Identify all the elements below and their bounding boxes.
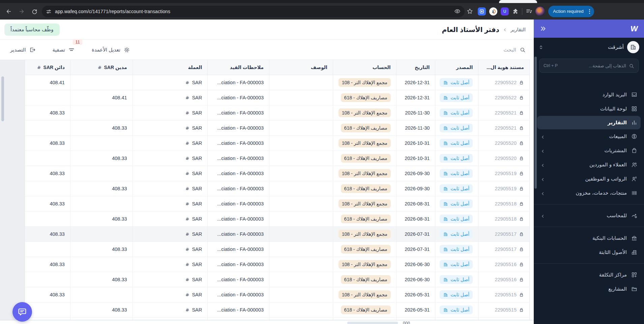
source-badge[interactable]: أصل ثابت [440, 290, 473, 299]
ledger-row[interactable]: 22905518أصل ثابت2026-08-31108 - مجمع الإ… [25, 196, 529, 212]
sidebar-item-dashboard[interactable]: لوحة البيانات [534, 102, 644, 116]
ledger-row[interactable]: 22905515أصل ثابت2026-05-31108 - مجمع الإ… [25, 287, 529, 302]
ledger-row[interactable]: 22905516أصل ثابت2026-06-30108 - مجمع الإ… [25, 257, 529, 272]
ledger-row[interactable]: 22905521أصل ثابت2026-11-30108 - مجمع الإ… [25, 105, 529, 121]
ledger-row[interactable]: 22905522أصل ثابت2026-12-31108 - مجمع الإ… [25, 75, 529, 90]
reload-button[interactable] [29, 6, 40, 17]
column-header-credit[interactable]: دائن SAR [25, 60, 70, 75]
source-badge[interactable]: أصل ثابت [440, 230, 473, 239]
sidebar-item-projects[interactable]: المشاريع [534, 282, 644, 296]
doc-id-text[interactable]: 22905516 [495, 262, 517, 267]
kebab-menu-icon[interactable] [587, 9, 592, 14]
extension-icon-avatar[interactable] [489, 7, 497, 15]
doc-id-text[interactable]: 22905519 [495, 186, 517, 191]
column-header-account[interactable]: الحساب [333, 60, 396, 75]
ledger-row[interactable]: 22905520أصل ثابت2026-10-31618 - مصاريف ا… [25, 151, 529, 166]
breadcrumb-parent[interactable]: التقارير [510, 27, 526, 33]
column-header-debit[interactable]: مدين SAR [70, 60, 133, 75]
column-header-date[interactable]: التاريخ [396, 60, 435, 75]
account-badge[interactable]: 108 - مجمع الإهلاك التر [339, 199, 391, 208]
ledger-row[interactable]: 22905517أصل ثابت2026-07-31108 - مجمع الإ… [25, 227, 529, 242]
account-badge[interactable]: 108 - مجمع الإهلاك التر [339, 78, 391, 87]
account-badge[interactable]: 618 - مصاريف الإهلاك [341, 215, 391, 223]
account-badge[interactable]: 618 - مصاريف الإهلاك [341, 184, 391, 193]
doc-id-text[interactable]: 22905515 [495, 292, 517, 297]
account-badge[interactable]: 618 - مصاريف الإهلاك [341, 275, 391, 284]
browser-tab[interactable] [499, 0, 537, 3]
sidebar-item-purchases[interactable]: المشتريات [534, 143, 644, 158]
sidebar-item-payroll[interactable]: الرواتب و الموظفين [534, 172, 644, 186]
account-badge[interactable]: 108 - مجمع الإهلاك التر [339, 260, 391, 269]
url-bar[interactable]: app.wafeq.com/c/141771/reports/account-t… [42, 6, 465, 17]
account-badge[interactable]: 108 - مجمع الإهلاك التر [339, 169, 391, 178]
account-badge[interactable]: 618 - مصاريف الإهلاك [341, 245, 391, 254]
extension-icon-u[interactable]: U [501, 7, 509, 15]
doc-id-text[interactable]: 22905519 [495, 171, 517, 176]
ledger-row[interactable]: 22905515أصل ثابت2026-05-31618 - مصاريف ا… [25, 302, 529, 318]
ledger-row[interactable]: 22905520أصل ثابت2026-10-31108 - مجمع الإ… [25, 136, 529, 151]
doc-id-text[interactable]: 22905522 [495, 80, 517, 85]
account-badge[interactable]: 618 - مصاريف الإهلاك [341, 154, 391, 163]
extensions-puzzle-icon[interactable] [512, 8, 519, 14]
column-header-currency[interactable]: العملة [133, 60, 208, 75]
column-header-desc[interactable]: الوصف [269, 60, 333, 75]
doc-id-text[interactable]: 22905517 [495, 247, 517, 252]
source-badge[interactable]: أصل ثابت [440, 93, 473, 102]
doc-id-text[interactable]: 22905515 [495, 307, 517, 313]
doc-id-text[interactable]: 22905518 [495, 201, 517, 206]
source-badge[interactable]: أصل ثابت [440, 245, 473, 254]
sidebar-item-sales[interactable]: المبيعات [534, 129, 644, 143]
account-badge[interactable]: 108 - مجمع الإهلاك التر [339, 230, 391, 238]
doc-id-text[interactable]: 22905517 [495, 231, 517, 237]
doc-id-text[interactable]: 22905520 [495, 156, 517, 161]
extension-icon-blue[interactable] [478, 7, 486, 15]
ledger-row[interactable]: 22905521أصل ثابت2026-11-30618 - مصاريف ا… [25, 121, 529, 136]
ledger-row[interactable]: 22905519أصل ثابت2026-09-30108 - مجمع الإ… [25, 166, 529, 181]
table-search-button[interactable]: البحث [503, 46, 526, 53]
support-chat-button[interactable] [12, 302, 32, 322]
profile-avatar[interactable] [535, 7, 545, 16]
sidebar-item-inventory[interactable]: منتجات، خدمات، مخزون [534, 186, 644, 200]
doc-id-text[interactable]: 22905522 [495, 95, 517, 100]
site-settings-icon[interactable] [46, 8, 52, 14]
doc-id-text[interactable]: 22905516 [495, 277, 517, 282]
eye-icon[interactable] [454, 8, 461, 14]
ledger-row[interactable]: 22905517أصل ثابت2026-07-31618 - مصاريف ا… [25, 242, 529, 257]
sidebar-scrollbar[interactable] [534, 57, 537, 189]
edit-columns-button[interactable]: تعديل الأعمدة [90, 46, 132, 54]
export-button[interactable]: التصدير [8, 46, 38, 54]
sidebar-collapse-button[interactable] [540, 25, 547, 32]
column-header-source[interactable]: المصدر [435, 60, 478, 75]
hire-accountant-badge[interactable]: وظّف محاسباً معتمداً [4, 24, 60, 36]
account-badge[interactable]: 618 - مصاريف الإهلاك [341, 305, 391, 314]
column-header-notes[interactable]: ملاحظات القيد [207, 60, 269, 75]
source-badge[interactable]: أصل ثابت [440, 199, 473, 208]
doc-id-text[interactable]: 22905521 [495, 125, 517, 131]
source-badge[interactable]: أصل ثابت [440, 154, 473, 163]
source-badge[interactable]: أصل ثابت [440, 184, 473, 193]
sidebar-item-inbox[interactable]: البريد الوارد [534, 88, 644, 102]
source-badge[interactable]: أصل ثابت [440, 124, 473, 133]
ledger-row[interactable]: 22905518أصل ثابت2026-08-31618 - مصاريف ا… [25, 212, 529, 227]
sidebar-item-contacts[interactable]: العملاء و الموردين [534, 158, 644, 172]
filter-button[interactable]: 11 تصفية [51, 46, 77, 54]
source-badge[interactable]: أصل ثابت [440, 108, 473, 118]
sidebar-item-cost-centers[interactable]: مراكز التكلفة [534, 268, 644, 282]
source-badge[interactable]: أصل ثابت [440, 305, 473, 315]
source-badge[interactable]: أصل ثابت [440, 78, 473, 87]
account-badge[interactable]: 618 - مصاريف الإهلاك [341, 124, 391, 132]
doc-id-text[interactable]: 22905520 [495, 140, 517, 146]
account-badge[interactable]: 108 - مجمع الإهلاك التر [339, 290, 391, 299]
forward-button[interactable] [16, 6, 27, 17]
account-badge[interactable]: 618 - مصاريف الإهلاك [341, 93, 391, 102]
source-badge[interactable]: أصل ثابت [440, 215, 473, 224]
goto-page-search[interactable]: الذهاب إلى صفحة... Ctrl + P [539, 59, 639, 73]
action-required-button[interactable]: Action required [548, 6, 594, 17]
ledger-row[interactable]: 22905522أصل ثابت2026-12-31618 - مصاريف ا… [25, 90, 529, 105]
source-badge[interactable]: أصل ثابت [440, 169, 473, 178]
doc-id-text[interactable]: 22905521 [495, 110, 517, 116]
sidebar-item-reports[interactable]: التقارير [537, 116, 641, 129]
sidebar-item-fixed-assets[interactable]: الأصول الثابتة [534, 245, 644, 259]
source-badge[interactable]: أصل ثابت [440, 260, 473, 269]
bookmark-star-icon[interactable] [467, 8, 473, 14]
